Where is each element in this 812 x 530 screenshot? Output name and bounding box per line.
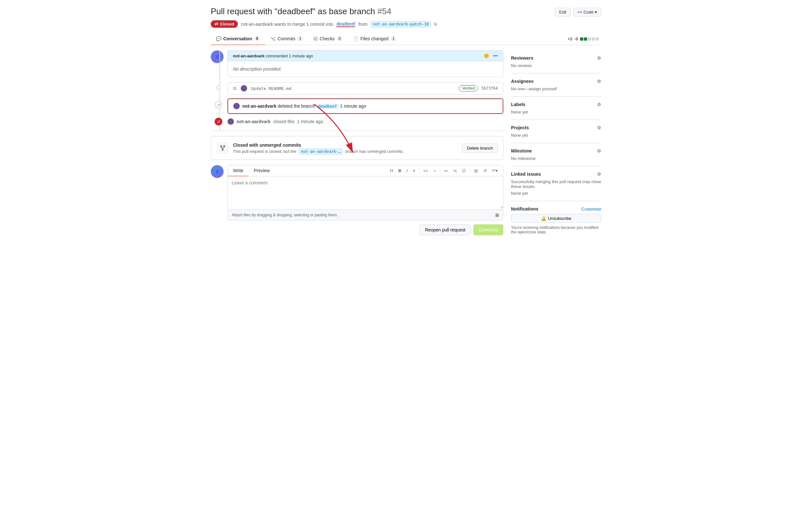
base-branch-link[interactable]: deadbeef — [336, 21, 355, 27]
verified-badge: Verified — [459, 85, 478, 91]
edit-button[interactable]: Edit — [555, 8, 570, 16]
linked-issues-gear[interactable]: ⚙ — [597, 172, 601, 177]
diff-bar-5 — [595, 38, 599, 41]
notifications-header: Notifications Customize — [511, 206, 601, 212]
toolbar-ref[interactable]: ↺ — [482, 168, 488, 174]
milestone-header: Milestone ⚙ — [511, 148, 601, 154]
milestone-value: No milestone — [511, 156, 601, 161]
sidebar-assignees: Assignees ⚙ No one—assign yourself — [511, 73, 601, 97]
projects-gear[interactable]: ⚙ — [597, 125, 601, 130]
closed-icon: ⇄ — [215, 118, 222, 125]
toolbar-undo[interactable]: ↶▾ — [491, 168, 499, 174]
toolbar-italic[interactable]: I — [405, 168, 409, 174]
head-branch-badge: not-an-aardvark-patch-10 — [371, 21, 431, 27]
commit-item: ⊙ Update README.md Verified 5b73f64 — [228, 82, 503, 95]
toolbar-unordered-list[interactable]: ≔ — [443, 168, 450, 174]
toolbar-mention[interactable]: @ — [473, 168, 479, 174]
comment-button[interactable]: Comment — [473, 224, 503, 235]
tab-files-changed[interactable]: 📄 Files changed 1 — [348, 33, 402, 45]
tabs-bar: 💬 Conversation 0 ⌥ Commits 1 ☑ Checks 0 … — [211, 33, 601, 45]
diff-bar-1 — [580, 38, 583, 41]
sidebar-projects: Projects ⚙ None yet — [511, 120, 601, 143]
sidebar-notifications: Notifications Customize 🔔 Unsubscribe Yo… — [511, 201, 601, 240]
pr-title-text: Pull request with "deadbeef" as base bra… — [211, 6, 375, 16]
closed-event: ⇄ not-an-aardvark closed this 1 minute a… — [213, 118, 503, 125]
copy-icon[interactable]: ⎘ — [434, 22, 437, 27]
commit-hash: 5b73f64 — [481, 86, 498, 90]
linked-issues-title: Linked issues — [511, 172, 541, 177]
chevron-down-icon: ▾ — [595, 10, 597, 15]
emoji-button[interactable]: 🙂 — [484, 53, 489, 58]
bell-icon: 🔔 — [541, 216, 546, 221]
files-icon: 📄 — [353, 36, 358, 41]
labels-header: Labels ⚙ — [511, 102, 601, 107]
reopen-button[interactable]: Reopen pull request — [420, 224, 471, 235]
toolbar-bold[interactable]: B — [397, 168, 403, 174]
toolbar-sep-1 — [419, 168, 420, 173]
comment-author: not-an-aardvark — [233, 54, 264, 58]
unmerged-branch: not-an-aardvark-… — [299, 148, 343, 155]
reviewers-gear[interactable]: ⚙ — [597, 55, 601, 61]
editor-tab-write[interactable]: Write — [228, 166, 248, 176]
toolbar-link[interactable]: ⌁ — [432, 168, 437, 174]
more-options-button[interactable]: ••• — [493, 53, 498, 58]
from-text: from — [358, 22, 367, 27]
tab-checks[interactable]: ☑ Checks 0 — [308, 33, 348, 45]
comment-body: No description provided. — [228, 61, 503, 77]
toolbar-sep-3 — [470, 168, 470, 173]
linked-issues-header: Linked issues ⚙ — [511, 172, 601, 177]
diff-stats: +2 -0 — [568, 37, 599, 41]
editor-toolbar-right: H B I ≡ <> ⌁ ≔ ≒ ☑ — [275, 166, 503, 176]
tab-commits[interactable]: ⌥ Commits 1 — [265, 33, 308, 45]
editor-footer: Attach files by dragging & dropping, sel… — [228, 210, 503, 220]
event-author: not-an-aardvark — [242, 103, 276, 109]
code-button[interactable]: <> Code ▾ — [573, 8, 601, 16]
diff-bar-3 — [588, 38, 591, 41]
unsubscribe-label: Unsubscribe — [548, 216, 571, 221]
linked-issues-desc: Successfully merging this pull request m… — [511, 179, 601, 189]
milestone-gear[interactable]: ⚙ — [597, 148, 601, 154]
tab-commits-count: 1 — [297, 36, 303, 41]
tab-conversation-count: 0 — [254, 36, 260, 41]
sidebar-linked-issues: Linked issues ⚙ Successfully merging thi… — [511, 166, 601, 201]
toolbar-task-list[interactable]: ☑ — [461, 168, 467, 174]
editor-avatar-image: 👤 — [211, 165, 223, 178]
notifications-note: You're receiving notifications because y… — [511, 225, 601, 234]
commit-timeline-item: ⊙ Update README.md Verified 5b73f64 — [213, 82, 503, 95]
toolbar-heading[interactable]: H — [389, 168, 394, 174]
pr-number: #54 — [377, 6, 391, 16]
unmerged-desc-text: This pull request is closed, but the — [233, 149, 296, 154]
diff-bars — [580, 38, 599, 41]
pr-actions: Reopen pull request Comment — [228, 224, 503, 235]
event-branch: deadbeef — [316, 104, 339, 109]
comment-textarea[interactable] — [228, 176, 503, 209]
labels-gear[interactable]: ⚙ — [597, 102, 601, 107]
assignees-value: No one—assign yourself — [511, 86, 601, 91]
assignees-gear[interactable]: ⚙ — [597, 78, 601, 84]
merge-icon: ⇄ — [215, 22, 218, 26]
unsubscribe-button[interactable]: 🔔 Unsubscribe — [511, 214, 601, 223]
linked-issues-value: None yet — [511, 191, 601, 196]
comment-header: not-an-aardvark commented 1 minute ago 🙂… — [228, 51, 503, 61]
labels-title: Labels — [511, 102, 525, 107]
customize-link[interactable]: Customize — [582, 207, 601, 212]
toolbar-numbered-list[interactable]: ≒ — [452, 168, 458, 174]
tab-conversation[interactable]: 💬 Conversation 0 — [211, 33, 265, 45]
tab-commits-label: Commits — [277, 36, 295, 41]
delete-branch-button[interactable]: Delete branch — [462, 143, 498, 153]
toolbar-ordered-list[interactable]: ≡ — [411, 168, 417, 174]
editor-footer-text: Attach files by dragging & dropping, sel… — [232, 213, 338, 217]
commit-timeline-dot — [216, 85, 221, 90]
unmerged-desc: This pull request is closed, but the not… — [233, 149, 462, 154]
comment-meta: not-an-aardvark commented 1 minute ago — [233, 54, 313, 58]
unmerged-icon — [216, 142, 229, 154]
toolbar-code[interactable]: <> — [422, 168, 430, 174]
milestone-title: Milestone — [511, 148, 532, 154]
editor-tab-preview[interactable]: Preview — [248, 166, 275, 176]
event-highlighted-box: not-an-aardvark deleted the branch deadb… — [228, 98, 503, 114]
editor-wrapper: Write Preview H B I ≡ <> ⌁ — [228, 165, 503, 235]
sidebar: Reviewers ⚙ No reviews Assignees ⚙ No on… — [511, 50, 601, 240]
conversation-icon: 💬 — [216, 36, 221, 41]
status-text: Closed — [220, 22, 234, 26]
comment-box: not-an-aardvark commented 1 minute ago 🙂… — [228, 50, 503, 77]
